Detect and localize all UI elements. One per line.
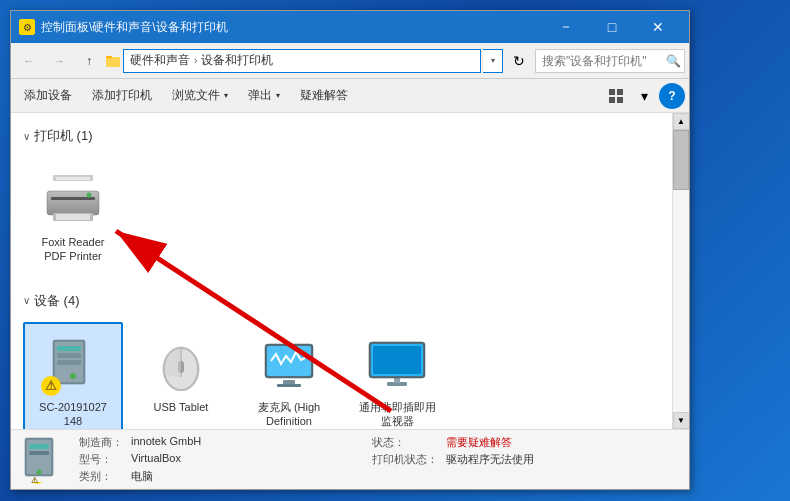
- printers-section-label: 打印机 (1): [34, 127, 93, 145]
- search-input[interactable]: [535, 49, 685, 73]
- forward-button[interactable]: →: [45, 47, 73, 75]
- window-controls: － □ ✕: [543, 11, 681, 43]
- status-device-icon: ⚠: [21, 436, 69, 484]
- status-value: 需要疑难解答: [446, 435, 679, 450]
- manufacturer-value: innotek GmbH: [131, 435, 364, 450]
- svg-rect-1: [106, 56, 112, 58]
- path-folder-icon: [105, 53, 121, 69]
- list-item[interactable]: Foxit ReaderPDF Printer: [23, 157, 123, 274]
- manufacturer-label: 制造商：: [79, 435, 123, 450]
- print-status-value: 驱动程序无法使用: [446, 452, 679, 467]
- add-device-button[interactable]: 添加设备: [15, 83, 81, 109]
- status-label: 状态：: [372, 435, 438, 450]
- address-path[interactable]: 硬件和声音 › 设备和打印机: [123, 49, 481, 73]
- devices-section-label: 设备 (4): [34, 292, 80, 310]
- svg-rect-2: [609, 89, 615, 95]
- printers-grid: Foxit ReaderPDF Printer: [23, 153, 660, 286]
- svg-point-37: [37, 469, 42, 474]
- monitor-icon: [365, 332, 429, 396]
- list-item[interactable]: 通用非即插即用监视器: [347, 322, 447, 429]
- devices-grid: ⚠ SC-20191027148: [23, 318, 660, 429]
- help-button[interactable]: ?: [659, 83, 685, 109]
- svg-rect-17: [57, 353, 81, 358]
- svg-rect-5: [617, 97, 623, 103]
- printers-collapse-icon[interactable]: ∨: [23, 131, 30, 142]
- scroll-track[interactable]: [673, 130, 689, 412]
- browse-button[interactable]: 浏览文件 ▾: [163, 83, 237, 109]
- devices-collapse-icon[interactable]: ∨: [23, 295, 30, 306]
- printer-icon: [41, 167, 105, 231]
- minimize-button[interactable]: －: [543, 11, 589, 43]
- svg-rect-35: [29, 444, 49, 449]
- add-printer-button[interactable]: 添加打印机: [83, 83, 161, 109]
- title-bar: ⚙ 控制面板\硬件和声音\设备和打印机 － □ ✕: [11, 11, 689, 43]
- monitor-label: 通用非即插即用监视器: [359, 400, 436, 429]
- view-icon: [608, 88, 624, 104]
- devices-section-header[interactable]: ∨ 设备 (4): [23, 292, 660, 310]
- svg-rect-32: [373, 346, 421, 374]
- svg-point-11: [87, 193, 92, 198]
- search-icon: 🔍: [666, 54, 681, 68]
- scroll-down-button[interactable]: ▼: [673, 412, 690, 429]
- refresh-button[interactable]: ↻: [505, 47, 533, 75]
- list-item[interactable]: ⚠ SC-20191027148: [23, 322, 123, 429]
- category-value: 电脑: [131, 469, 364, 484]
- address-bar: ← → ↑ 硬件和声音 › 设备和打印机 ▾ ↻ 🔍: [11, 43, 689, 79]
- list-item[interactable]: USB Tablet: [131, 322, 231, 429]
- view-button[interactable]: [603, 83, 629, 109]
- printers-section-header[interactable]: ∨ 打印机 (1): [23, 127, 660, 145]
- scrollbar: ▲ ▼: [672, 113, 689, 429]
- category-label: 类别：: [79, 469, 123, 484]
- window-icon: ⚙: [19, 19, 35, 35]
- print-status-label: 打印机状态：: [372, 452, 438, 467]
- model-label: 型号：: [79, 452, 123, 467]
- svg-rect-0: [106, 57, 120, 67]
- window-title: 控制面板\硬件和声音\设备和打印机: [41, 19, 543, 36]
- content-area: ∨ 打印机 (1): [11, 113, 689, 429]
- main-window: ⚙ 控制面板\硬件和声音\设备和打印机 － □ ✕ ← → ↑ 硬件和声音 › …: [10, 10, 690, 490]
- svg-point-19: [70, 373, 76, 379]
- svg-rect-36: [29, 451, 49, 455]
- status-details: 制造商： innotek GmbH 状态： 需要疑难解答 型号： Virtual…: [79, 435, 679, 484]
- address-dropdown[interactable]: ▾: [483, 49, 503, 73]
- computer-label: SC-20191027148: [39, 400, 107, 429]
- usb-tablet-icon: [149, 332, 213, 396]
- warning-badge: ⚠: [41, 376, 61, 396]
- scroll-thumb[interactable]: [673, 130, 689, 190]
- usb-tablet-label: USB Tablet: [154, 400, 209, 414]
- path-segment-2: 设备和打印机: [201, 52, 273, 69]
- model-value: VirtualBox: [131, 452, 364, 467]
- path-separator-1: ›: [194, 55, 197, 66]
- svg-rect-4: [609, 97, 615, 103]
- main-pane: ∨ 打印机 (1): [11, 113, 672, 429]
- svg-rect-25: [277, 384, 301, 387]
- scroll-up-button[interactable]: ▲: [673, 113, 690, 130]
- microphone-label: 麦克风 (HighDefinition: [258, 400, 320, 429]
- path-segment-1: 硬件和声音: [130, 52, 190, 69]
- back-button[interactable]: ←: [15, 47, 43, 75]
- toolbar: 添加设备 添加打印机 浏览文件 ▾ 弹出 ▾ 疑难解答 ▾ ?: [11, 79, 689, 113]
- list-item[interactable]: 麦克风 (HighDefinition: [239, 322, 339, 429]
- printer-label: Foxit ReaderPDF Printer: [42, 235, 105, 264]
- svg-rect-13: [56, 214, 90, 220]
- svg-rect-10: [51, 197, 95, 200]
- svg-rect-18: [57, 360, 81, 365]
- close-button[interactable]: ✕: [635, 11, 681, 43]
- up-button[interactable]: ↑: [75, 47, 103, 75]
- microphone-icon: [257, 332, 321, 396]
- svg-rect-7: [56, 177, 90, 180]
- troubleshoot-button[interactable]: 疑难解答: [291, 83, 357, 109]
- eject-button[interactable]: 弹出 ▾: [239, 83, 289, 109]
- dropdown-view-button[interactable]: ▾: [631, 83, 657, 109]
- svg-rect-16: [57, 346, 81, 351]
- svg-rect-3: [617, 89, 623, 95]
- maximize-button[interactable]: □: [589, 11, 635, 43]
- svg-text:⚠: ⚠: [31, 476, 39, 484]
- search-wrap: 🔍: [535, 49, 685, 73]
- computer-icon: ⚠: [41, 332, 105, 396]
- status-bar: ⚠ 制造商： innotek GmbH 状态： 需要疑难解答 型号： Virtu…: [11, 429, 689, 489]
